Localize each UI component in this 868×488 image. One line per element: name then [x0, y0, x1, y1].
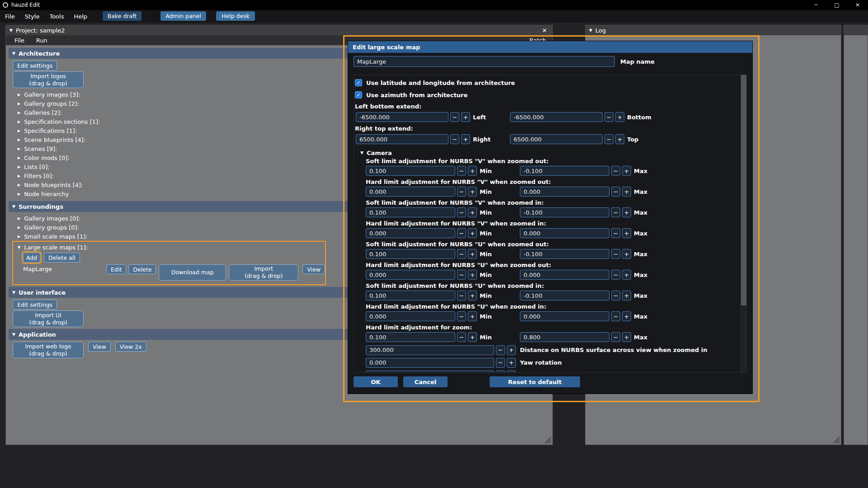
collapse-icon[interactable]: ▼: [12, 332, 15, 337]
minus-button[interactable]: −: [611, 187, 620, 197]
plus-button[interactable]: +: [468, 207, 477, 217]
plus-button[interactable]: +: [468, 332, 477, 342]
minus-button[interactable]: −: [457, 207, 466, 217]
min-value-input[interactable]: [366, 332, 455, 342]
plus-button[interactable]: +: [622, 311, 631, 321]
minus-button[interactable]: −: [611, 228, 620, 238]
ui-edit-settings-button[interactable]: Edit settings: [13, 300, 57, 310]
plus-button[interactable]: +: [468, 291, 477, 300]
collapse-icon[interactable]: ▼: [12, 51, 15, 56]
min-value-input[interactable]: [366, 207, 455, 217]
minus-button[interactable]: −: [611, 166, 620, 176]
checkbox-checked[interactable]: ✓: [355, 79, 362, 86]
dialog-title-bar[interactable]: Edit large scale map: [348, 41, 752, 53]
max-value-input[interactable]: [520, 332, 609, 342]
max-value-input[interactable]: [520, 228, 609, 238]
checkbox-checked[interactable]: ✓: [355, 91, 362, 99]
menubar-item[interactable]: Tools: [44, 10, 69, 23]
left-extend-input[interactable]: [356, 112, 448, 122]
chevron-right-icon[interactable]: ▶: [18, 138, 20, 142]
min-value-input[interactable]: [366, 270, 455, 280]
minus-button[interactable]: −: [611, 249, 620, 259]
plus-button[interactable]: +: [507, 345, 516, 355]
minimize-button[interactable]: ─: [806, 0, 826, 10]
import-map-dropzone[interactable]: Import (drag & drop): [229, 264, 298, 281]
plus-button[interactable]: +: [507, 371, 516, 373]
plus-button[interactable]: +: [622, 187, 631, 197]
camera-section-header[interactable]: ▼ Camera: [360, 148, 736, 157]
map-name-input[interactable]: [354, 56, 615, 67]
plus-button[interactable]: +: [622, 207, 631, 217]
chevron-right-icon[interactable]: ▶: [18, 129, 20, 133]
max-value-input[interactable]: [520, 291, 609, 300]
chevron-right-icon[interactable]: ▶: [18, 156, 20, 160]
plus-button[interactable]: +: [468, 311, 477, 321]
minus-button[interactable]: −: [457, 291, 466, 300]
plus-button[interactable]: +: [468, 270, 477, 280]
plus-button[interactable]: +: [507, 358, 516, 368]
import-ui-dropzone[interactable]: Import UI (drag & drop): [13, 310, 84, 327]
min-value-input[interactable]: [366, 249, 455, 259]
import-logos-dropzone[interactable]: Import logos (drag & drop): [13, 71, 84, 88]
minus-button[interactable]: −: [450, 112, 459, 122]
minus-button[interactable]: −: [611, 291, 620, 300]
edit-map-button[interactable]: Edit: [106, 264, 126, 274]
plus-button[interactable]: +: [622, 166, 631, 176]
project-panel-header[interactable]: ▼ Project: sample2 ✕: [6, 25, 552, 35]
delete-map-button[interactable]: Delete: [128, 264, 156, 274]
architecture-edit-settings-button[interactable]: Edit settings: [13, 61, 57, 70]
collapse-icon[interactable]: ▼: [9, 28, 13, 33]
max-value-input[interactable]: [520, 166, 609, 176]
value-input[interactable]: [366, 371, 494, 373]
menubar-item[interactable]: Help: [69, 10, 92, 23]
chevron-right-icon[interactable]: ▶: [18, 174, 20, 178]
maximize-button[interactable]: □: [826, 0, 847, 10]
chevron-right-icon[interactable]: ▶: [18, 147, 20, 151]
chevron-right-icon[interactable]: ▶: [18, 102, 20, 106]
ok-button[interactable]: OK: [354, 376, 398, 387]
chevron-right-icon[interactable]: ▶: [18, 111, 20, 115]
minus-button[interactable]: −: [496, 371, 505, 373]
collapse-icon[interactable]: ▼: [12, 290, 15, 295]
minus-button[interactable]: −: [611, 270, 620, 280]
max-value-input[interactable]: [520, 187, 609, 197]
max-value-input[interactable]: [520, 270, 609, 280]
min-value-input[interactable]: [366, 166, 455, 176]
menubar-item[interactable]: Style: [20, 10, 45, 23]
plus-button[interactable]: +: [622, 249, 631, 259]
plus-button[interactable]: +: [468, 187, 477, 197]
bottom-extend-input[interactable]: [510, 112, 603, 122]
right-extend-input[interactable]: [356, 134, 448, 144]
scrollbar-thumb[interactable]: [741, 75, 746, 305]
panel-resize-handle[interactable]: [832, 436, 840, 443]
view-map-button[interactable]: View: [302, 264, 325, 274]
minus-button[interactable]: −: [457, 228, 466, 238]
minus-button[interactable]: −: [496, 358, 505, 368]
project-menu-file[interactable]: File: [14, 37, 24, 44]
plus-button[interactable]: +: [468, 228, 477, 238]
min-value-input[interactable]: [366, 187, 455, 197]
panel-resize-handle[interactable]: [544, 436, 551, 443]
cancel-button[interactable]: Cancel: [403, 376, 448, 387]
plus-button[interactable]: +: [461, 134, 470, 144]
collapse-icon[interactable]: ▼: [12, 204, 15, 209]
minus-button[interactable]: −: [611, 311, 620, 321]
minus-button[interactable]: −: [457, 270, 466, 280]
minus-button[interactable]: −: [457, 249, 466, 259]
min-value-input[interactable]: [366, 228, 455, 238]
max-value-input[interactable]: [520, 249, 609, 259]
dialog-scrollbar[interactable]: [741, 75, 746, 372]
view-logo-button[interactable]: View: [88, 342, 111, 352]
minus-button[interactable]: −: [611, 332, 620, 342]
plus-button[interactable]: +: [615, 112, 624, 122]
plus-button[interactable]: +: [622, 332, 631, 342]
delete-all-button[interactable]: Delete all: [44, 253, 80, 263]
chevron-down-icon[interactable]: ▼: [18, 245, 20, 249]
minus-button[interactable]: −: [496, 345, 505, 355]
collapse-icon[interactable]: ▼: [360, 150, 363, 155]
value-input[interactable]: [366, 345, 494, 355]
chevron-right-icon[interactable]: ▶: [18, 192, 20, 196]
plus-button[interactable]: +: [622, 270, 631, 280]
minus-button[interactable]: −: [457, 166, 466, 176]
minus-button[interactable]: −: [450, 134, 459, 144]
